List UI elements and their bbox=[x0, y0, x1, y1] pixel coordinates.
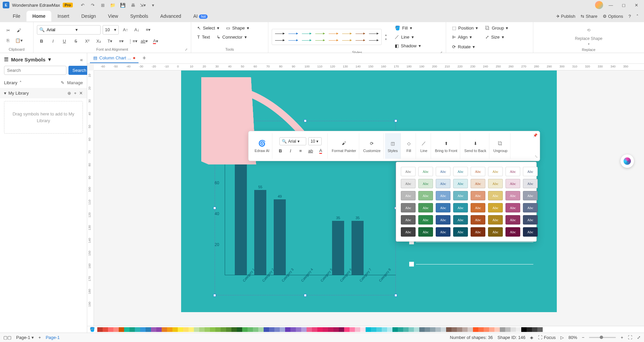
gallery-up-icon[interactable]: ▴ bbox=[385, 33, 387, 37]
palette-color[interactable] bbox=[146, 327, 151, 332]
copy-icon[interactable]: ⎘ bbox=[3, 36, 13, 45]
fullscreen-button[interactable]: ⤢ bbox=[637, 335, 641, 340]
collapse-ribbon-button[interactable]: ˄ bbox=[636, 14, 639, 19]
align-dropdown[interactable]: ⊫Align▾ bbox=[449, 33, 481, 41]
font-family-combo[interactable]: 🔍▾ bbox=[37, 25, 101, 35]
connector-style-gallery[interactable] bbox=[272, 29, 382, 45]
edit-icon[interactable]: ✎ bbox=[61, 80, 64, 85]
palette-color[interactable] bbox=[307, 327, 312, 332]
arrow-style-swatch[interactable] bbox=[314, 37, 326, 43]
shadow-dropdown[interactable]: ◧Shadow▾ bbox=[392, 42, 424, 50]
arrow-style-swatch[interactable] bbox=[287, 31, 300, 37]
library-drop-zone[interactable]: Drag symbols here to add to My Library bbox=[4, 101, 83, 134]
font-size-combo[interactable]: 10▾ bbox=[103, 25, 119, 35]
resize-handle-s[interactable] bbox=[304, 294, 307, 297]
publish-button[interactable]: ✈Publish bbox=[556, 14, 576, 19]
palette-color[interactable] bbox=[317, 327, 323, 332]
float-size-combo[interactable]: 10▾ bbox=[308, 137, 322, 145]
float-line[interactable]: ／ Line bbox=[417, 133, 431, 159]
font-color-icon[interactable]: A▾ bbox=[151, 37, 160, 46]
arrow-style-swatch[interactable] bbox=[327, 37, 340, 43]
style-swatch[interactable]: Abc bbox=[505, 179, 520, 188]
pin-icon[interactable]: 📌 bbox=[533, 133, 538, 138]
palette-color[interactable] bbox=[521, 327, 527, 332]
float-fill[interactable]: ◇ Fill bbox=[402, 133, 416, 159]
palette-color[interactable] bbox=[511, 327, 516, 332]
style-swatch[interactable]: Abc bbox=[436, 203, 450, 212]
palette-color[interactable] bbox=[194, 327, 199, 332]
palette-color[interactable] bbox=[162, 327, 167, 332]
italic-icon[interactable]: I bbox=[48, 37, 58, 46]
palette-color[interactable] bbox=[355, 327, 360, 332]
palette-color[interactable] bbox=[446, 327, 451, 332]
palette-color[interactable] bbox=[103, 327, 108, 332]
fit-page-button[interactable]: ⛶ bbox=[628, 335, 632, 340]
float-italic-icon[interactable]: I bbox=[286, 147, 294, 155]
palette-color[interactable] bbox=[403, 327, 409, 332]
add-library-icon[interactable]: ⊕ bbox=[67, 91, 71, 96]
style-swatch[interactable]: Abc bbox=[453, 179, 468, 188]
palette-color[interactable] bbox=[140, 327, 146, 332]
resize-handle-ne[interactable] bbox=[394, 119, 397, 122]
style-swatch[interactable]: Abc bbox=[505, 203, 520, 212]
style-swatch[interactable]: Abc bbox=[436, 227, 450, 237]
resize-handle-se[interactable] bbox=[394, 294, 397, 297]
style-swatch[interactable]: Abc bbox=[488, 215, 503, 225]
menu-advanced[interactable]: Advanced bbox=[154, 11, 187, 21]
style-swatch[interactable]: Abc bbox=[523, 179, 538, 188]
shape-tool[interactable]: ▭Shape▾ bbox=[223, 24, 252, 32]
palette-color[interactable] bbox=[505, 327, 511, 332]
ai-assistant-button[interactable] bbox=[621, 154, 634, 168]
close-button[interactable]: ✕ bbox=[631, 0, 641, 10]
palette-color[interactable] bbox=[113, 327, 119, 332]
palette-color[interactable] bbox=[387, 327, 392, 332]
palette-color[interactable] bbox=[473, 327, 478, 332]
palette-color[interactable] bbox=[205, 327, 210, 332]
float-bring-front[interactable]: ⬆ Bring to Front bbox=[432, 133, 461, 159]
arrow-style-swatch[interactable] bbox=[340, 37, 353, 43]
arrow-style-swatch[interactable] bbox=[273, 37, 286, 43]
group-dropdown[interactable]: ⿻Group▾ bbox=[483, 24, 511, 32]
style-swatch[interactable]: Abc bbox=[436, 167, 450, 176]
rotate-dropdown[interactable]: ⟳Rotate▾ bbox=[449, 43, 478, 51]
palette-color[interactable] bbox=[350, 327, 355, 332]
style-swatch[interactable]: Abc bbox=[418, 227, 433, 237]
options-button[interactable]: ⚙Options bbox=[603, 14, 623, 19]
document-tab[interactable]: ▤ Column Chart ... bbox=[90, 53, 139, 63]
palette-color[interactable] bbox=[366, 327, 371, 332]
more-icon[interactable]: ▾ bbox=[150, 2, 156, 8]
palette-color[interactable] bbox=[167, 327, 172, 332]
palette-color[interactable] bbox=[425, 327, 430, 332]
style-swatch[interactable]: Abc bbox=[523, 215, 538, 225]
float-bold-icon[interactable]: B bbox=[276, 147, 284, 155]
style-swatch[interactable]: Abc bbox=[488, 191, 503, 200]
palette-color[interactable] bbox=[537, 327, 543, 332]
palette-color[interactable] bbox=[258, 327, 264, 332]
presentation-button[interactable]: ▷ bbox=[560, 335, 564, 340]
style-swatch[interactable]: Abc bbox=[505, 227, 520, 237]
palette-color[interactable] bbox=[328, 327, 333, 332]
bold-icon[interactable]: B bbox=[37, 37, 46, 46]
gallery-down-icon[interactable]: ▾ bbox=[385, 37, 387, 41]
menu-design[interactable]: Design bbox=[75, 11, 102, 21]
palette-color[interactable] bbox=[382, 327, 387, 332]
style-swatch[interactable]: Abc bbox=[418, 203, 433, 212]
palette-color[interactable] bbox=[210, 327, 215, 332]
arrow-style-swatch[interactable] bbox=[340, 31, 353, 37]
page-selector[interactable]: Page-1 ▾ bbox=[16, 335, 34, 340]
palette-color[interactable] bbox=[108, 327, 113, 332]
style-swatch[interactable]: Abc bbox=[401, 191, 416, 200]
palette-color[interactable] bbox=[269, 327, 274, 332]
text-direction-icon[interactable]: T▾ bbox=[105, 37, 115, 46]
palette-color[interactable] bbox=[151, 327, 156, 332]
palette-color[interactable] bbox=[129, 327, 135, 332]
palette-color[interactable] bbox=[414, 327, 419, 332]
palette-color[interactable] bbox=[409, 327, 414, 332]
arrow-style-swatch[interactable] bbox=[354, 37, 367, 43]
palette-color[interactable] bbox=[468, 327, 473, 332]
palette-color[interactable] bbox=[323, 327, 328, 332]
palette-color[interactable] bbox=[333, 327, 339, 332]
add-tab-button[interactable]: + bbox=[143, 55, 146, 62]
arrow-style-swatch[interactable] bbox=[354, 31, 367, 37]
style-swatch[interactable]: Abc bbox=[401, 215, 416, 225]
